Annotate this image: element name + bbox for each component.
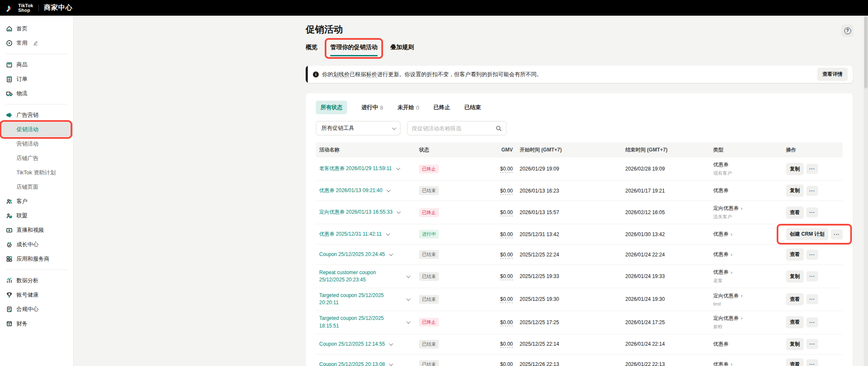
sidebar-item-frequent[interactable]: 常用 <box>0 36 73 50</box>
chevron-right-icon[interactable]: › <box>731 270 732 275</box>
more-actions-button[interactable]: ··· <box>806 359 818 366</box>
copy-button[interactable]: 复制 <box>786 163 804 175</box>
chevron-right-icon[interactable]: › <box>731 232 732 237</box>
chevron-down-icon[interactable] <box>396 166 400 171</box>
view-button[interactable]: 查看 <box>786 316 804 328</box>
sidebar-item-products[interactable]: 商品 <box>0 58 73 72</box>
chevron-down-icon[interactable] <box>406 319 411 324</box>
create-crm-plan-button[interactable]: 创建 CRM 计划 <box>786 228 828 240</box>
sidebar-item-apps-services[interactable]: 应用和服务商 <box>0 252 73 266</box>
status-tab-all[interactable]: 所有状态 <box>316 101 347 114</box>
more-actions-button[interactable]: ··· <box>806 250 818 260</box>
promotion-name-link[interactable]: 老客优惠券 2026/01/29 11:59:11 <box>319 165 392 172</box>
promo-type: 定向优惠券 <box>713 315 739 322</box>
promotion-name-link[interactable]: Targeted coupon 25/12/2025 20:20:11 <box>319 292 402 307</box>
sidebar-item-logistics[interactable]: 物流 <box>0 86 73 101</box>
sidebar-item-affiliate[interactable]: 联盟 <box>0 209 73 223</box>
gmv-value: $0.00 <box>500 231 513 238</box>
more-actions-button[interactable]: ··· <box>806 186 818 196</box>
chevron-right-icon[interactable]: › <box>741 206 742 211</box>
tab-manage-promotions[interactable]: 管理你的促销活动 <box>330 44 378 56</box>
star-circle-icon <box>6 40 13 47</box>
term-strikethrough-price[interactable]: 划线价 <box>333 71 350 78</box>
promotion-name-link[interactable]: 优惠券 2025/12/31 11:42:11 <box>319 231 382 238</box>
sidebar-item-analytics[interactable]: 数据分析 <box>0 273 73 288</box>
chevron-down-icon[interactable] <box>397 210 401 214</box>
copy-button[interactable]: 复制 <box>786 270 804 283</box>
view-button[interactable]: 查看 <box>786 293 804 305</box>
info-icon: i <box>313 72 319 77</box>
sidebar-item-campaigns[interactable]: 营销活动 <box>0 137 73 151</box>
promotion-name-link[interactable]: Coupon 25/12/2025 20:13:08 <box>319 361 385 366</box>
sidebar-item-home[interactable]: 首页 <box>0 22 73 36</box>
promo-type: 定向优惠券 <box>713 292 739 300</box>
more-actions-button[interactable]: ··· <box>806 271 818 281</box>
sidebar-item-customers[interactable]: 客户 <box>0 194 73 209</box>
promotion-name-link[interactable]: 优惠券 2026/01/13 09:21:40 <box>319 187 382 194</box>
chevron-down-icon[interactable] <box>386 231 390 236</box>
more-actions-button[interactable]: ··· <box>806 339 818 349</box>
sidebar-divider <box>6 104 67 105</box>
status-tab-not-started[interactable]: 未开始0 <box>397 104 419 111</box>
status-tab-ended[interactable]: 已结束 <box>464 104 481 111</box>
chevron-down-icon[interactable] <box>406 297 411 301</box>
scrollbar[interactable] <box>864 16 868 366</box>
sidebar-item-marketing[interactable]: 广告营销 <box>0 108 73 122</box>
chevron-down-icon[interactable] <box>389 341 393 346</box>
copy-button[interactable]: 复制 <box>786 184 804 197</box>
bar-chart-icon <box>6 277 13 284</box>
grid-icon <box>6 256 13 262</box>
more-actions-button[interactable]: ··· <box>806 207 818 217</box>
promotion-name-link[interactable]: Coupon 25/12/2025 20:24:45 <box>319 251 385 258</box>
more-actions-button[interactable]: ··· <box>806 317 818 327</box>
tiktok-shop-logo[interactable]: ♪♪♪ TikTok Shop <box>6 3 33 14</box>
more-actions-button[interactable]: ··· <box>806 164 818 174</box>
edit-icon[interactable] <box>32 40 39 47</box>
chevron-down-icon[interactable] <box>389 362 393 366</box>
start-time: 2026/01/29 19:09 <box>516 166 622 172</box>
status-badge: 已结束 <box>419 295 439 304</box>
sidebar-item-shop-pages[interactable]: 店铺页面 <box>0 180 73 194</box>
sidebar-item-account-health[interactable]: 账号健康 <box>0 288 73 302</box>
chevron-right-icon[interactable]: › <box>741 316 742 320</box>
search-icon[interactable] <box>496 125 502 132</box>
view-details-button[interactable]: 查看详情 <box>817 68 848 81</box>
copy-button[interactable]: 复制 <box>786 338 804 350</box>
promotion-name-link[interactable]: Targeted coupon 25/12/2025 18:15:51 <box>319 315 402 330</box>
more-actions-button[interactable]: ··· <box>831 229 843 239</box>
sidebar-item-live-video[interactable]: 直播和视频 <box>0 223 73 237</box>
more-actions-button[interactable]: ··· <box>806 294 818 304</box>
sidebar-item-compliance[interactable]: 合规中心 <box>0 302 73 316</box>
promotion-name-link[interactable]: Coupon 25/12/2025 12:14:55 <box>319 341 385 348</box>
end-time: 2026/01/24 19:30 <box>622 296 710 302</box>
view-button[interactable]: 查看 <box>786 248 804 261</box>
sidebar-item-finance[interactable]: 财务 <box>0 316 73 331</box>
promotion-name-link[interactable]: Repeat customer coupon 25/12/2025 20:23:… <box>319 269 402 284</box>
tab-overview[interactable]: 概览 <box>306 44 318 56</box>
promo-type-sub: 现有客户 <box>713 170 779 176</box>
sidebar-item-shop-ads[interactable]: 店铺广告 <box>0 151 73 165</box>
status-tab-terminated[interactable]: 已终止 <box>433 104 450 111</box>
sidebar-item-orders[interactable]: 订单 <box>0 72 73 86</box>
scrollbar-thumb[interactable] <box>864 17 868 88</box>
view-button[interactable]: 查看 <box>786 358 804 366</box>
sidebar-item-tiktok-subsidy[interactable]: TikTok 资助计划 <box>0 165 73 180</box>
growth-icon <box>6 241 13 248</box>
gmv-value: $0.00 <box>500 209 513 216</box>
view-button[interactable]: 查看 <box>786 206 804 219</box>
chevron-down-icon[interactable] <box>389 252 393 256</box>
tab-stacking-rules[interactable]: 叠加规则 <box>390 44 414 56</box>
chevron-down-icon[interactable] <box>386 188 391 192</box>
chevron-down-icon[interactable] <box>406 274 411 278</box>
promotion-name-link[interactable]: 定向优惠券 2026/01/13 16:55:33 <box>319 209 392 216</box>
chevron-right-icon[interactable]: › <box>731 253 732 257</box>
promo-type-sub: 新粉 <box>713 324 779 330</box>
status-tab-running[interactable]: 进行中8 <box>361 104 383 111</box>
term-list-price[interactable]: 标价 <box>366 71 377 78</box>
sidebar-item-growth[interactable]: 成长中心 <box>0 237 73 252</box>
promo-tool-select[interactable]: 所有促销工具 <box>316 121 400 135</box>
search-input[interactable] <box>412 125 496 132</box>
chevron-right-icon[interactable]: › <box>741 294 742 298</box>
sidebar-item-promotions[interactable]: 促销活动 <box>0 122 73 137</box>
chevron-right-icon[interactable]: › <box>731 362 732 366</box>
